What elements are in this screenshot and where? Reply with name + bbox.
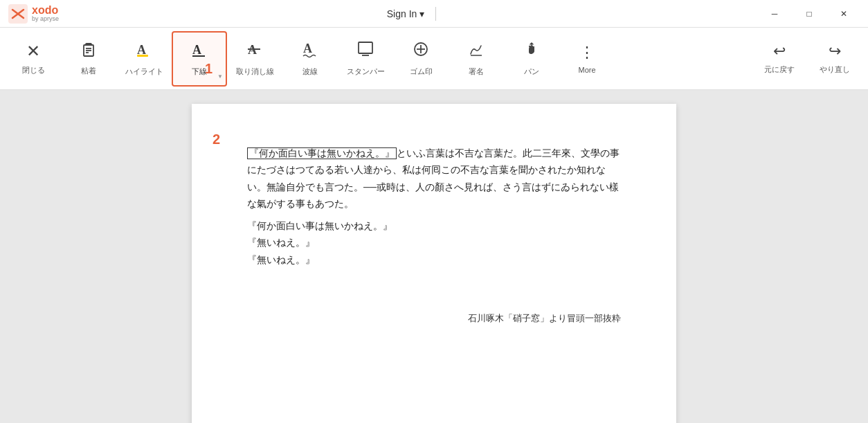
tool-paste[interactable]: 粘着 — [61, 31, 116, 87]
tool-squiggly-label: 波線 — [302, 66, 318, 77]
tool-undo[interactable]: ↩ 元に戻す — [752, 31, 807, 87]
tool-more[interactable]: ⋮ More — [559, 31, 615, 87]
pan-icon — [523, 40, 541, 62]
underline-highlighted-text: 『何か面白い事は無いかねえ。』 — [247, 147, 397, 159]
logo-area: xodo by apryse — [8, 4, 59, 24]
tool-highlight-label: ハイライト — [125, 66, 163, 77]
underline-icon: A — [190, 40, 208, 62]
squiggly-icon: A — [301, 40, 319, 62]
tool-underline[interactable]: A 下線 ▼ — [172, 31, 227, 87]
svg-rect-6 — [137, 55, 148, 57]
window-controls: ─ □ ✕ — [759, 3, 860, 25]
more-icon: ⋮ — [579, 44, 595, 62]
tool-underline-label: 下線 — [192, 66, 207, 77]
toolbar-right: ↩ 元に戻す ↪ やり直し — [752, 31, 862, 87]
tool-close-label: 閉じる — [22, 65, 45, 75]
document-content: 『何か面白い事は無いかねえ。』といふ言葉は不吉な言葉だ。此二三年來、文學の事にた… — [247, 145, 621, 326]
tool-pan-label: パン — [524, 66, 539, 77]
tool-squiggly[interactable]: A 波線 — [282, 31, 338, 87]
document-page: 2 『何か面白い事は無いかねえ。』といふ言葉は不吉な言葉だ。此二三年來、文學の事… — [192, 104, 676, 423]
document-footer: 石川啄木「硝子窓」より冒頭一部抜粋 — [247, 310, 621, 326]
tool-paste-label: 粘着 — [81, 66, 96, 76]
tool-redo[interactable]: ↪ やり直し — [807, 31, 862, 87]
svg-text:A: A — [303, 42, 312, 55]
tool-stamper[interactable]: スタンパー — [338, 31, 393, 87]
tool-highlight[interactable]: A ハイライト — [116, 31, 172, 87]
paragraph-2: 『何か面白い事は無いかねえ。』 — [247, 218, 621, 235]
tool-strikethrough[interactable]: A 取り消し線 — [227, 31, 282, 87]
paragraph-1: 『何か面白い事は無いかねえ。』といふ言葉は不吉な言葉だ。此二三年來、文學の事にた… — [247, 145, 621, 213]
highlight-icon: A — [135, 40, 153, 62]
tool-pan[interactable]: パン — [504, 31, 559, 87]
xodo-logo-icon — [8, 4, 28, 24]
tool-signature[interactable]: 署名 — [449, 31, 504, 87]
svg-text:A: A — [192, 43, 201, 57]
eraser-icon — [412, 40, 430, 62]
paragraph-4: 『無いねえ。』 — [247, 252, 621, 269]
undo-icon: ↩ — [773, 42, 786, 60]
tool-eraser[interactable]: ゴム印 — [393, 31, 449, 87]
title-divider — [435, 7, 436, 21]
strikethrough-icon: A — [246, 40, 264, 62]
sign-in-button[interactable]: Sign In ▾ — [381, 6, 431, 22]
title-bar-center: Sign In ▾ — [381, 6, 437, 22]
main-area: 2 『何か面白い事は無いかねえ。』といふ言葉は不吉な言葉だ。此二三年來、文學の事… — [0, 90, 868, 423]
tool-strikethrough-label: 取り消し線 — [236, 66, 274, 77]
paste-icon — [80, 42, 97, 62]
logo-text: xodo by apryse — [32, 5, 59, 22]
toolbar: ✕ 閉じる 粘着 A ハ — [0, 28, 868, 90]
tool-stamper-label: スタンパー — [347, 66, 385, 77]
sign-in-label: Sign In — [387, 8, 417, 19]
logo-xodo-label: xodo — [32, 5, 59, 16]
stamper-icon — [356, 40, 374, 62]
step-2-label: 2 — [213, 132, 220, 147]
title-bar: xodo by apryse Sign In ▾ ─ □ ✕ — [0, 0, 868, 28]
tool-redo-label: やり直し — [820, 64, 850, 75]
svg-rect-12 — [359, 42, 372, 53]
tool-close[interactable]: ✕ 閉じる — [6, 31, 61, 87]
paragraph-3: 『無いねえ。』 — [247, 235, 621, 251]
tool-more-label: More — [578, 66, 595, 74]
tool-signature-label: 署名 — [469, 66, 484, 77]
redo-icon: ↪ — [829, 42, 841, 60]
close-button[interactable]: ✕ — [828, 3, 860, 25]
tool-eraser-label: ゴム印 — [410, 66, 433, 77]
minimize-button[interactable]: ─ — [759, 3, 790, 25]
logo-apryse-label: by apryse — [32, 16, 59, 22]
sign-in-chevron: ▾ — [419, 8, 424, 19]
maximize-button[interactable]: □ — [793, 3, 825, 25]
close-icon: ✕ — [26, 42, 40, 61]
underline-dropdown-arrow: ▼ — [217, 73, 223, 80]
signature-icon — [467, 40, 485, 62]
tool-undo-label: 元に戻す — [764, 64, 795, 75]
